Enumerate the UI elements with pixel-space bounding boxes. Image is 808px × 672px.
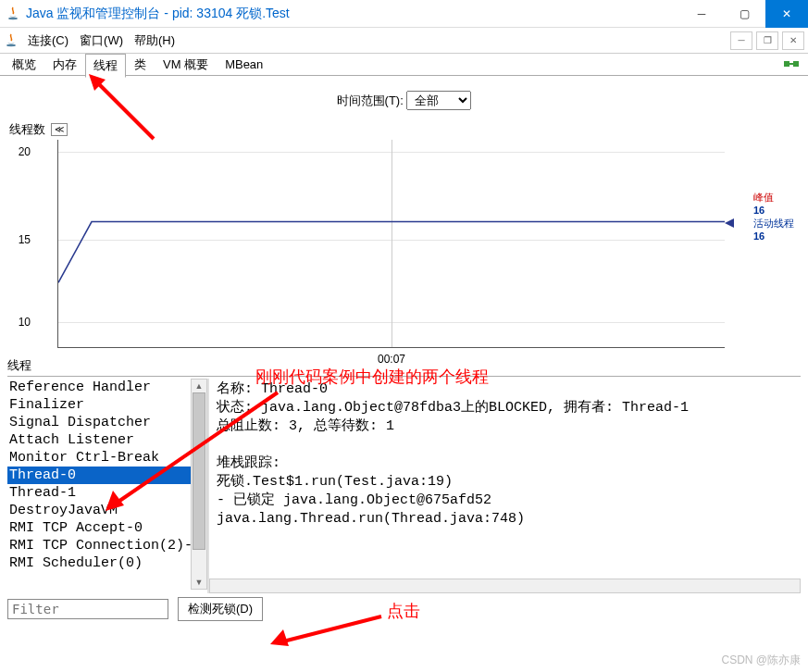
thread-list-item[interactable]: RMI TCP Accept-0 xyxy=(7,519,207,537)
connection-status-icon xyxy=(782,57,801,73)
thread-list[interactable]: Reference HandlerFinalizerSignal Dispatc… xyxy=(7,379,207,590)
tab-mbean[interactable]: MBean xyxy=(217,54,271,75)
window-titlebar: Java 监视和管理控制台 - pid: 33104 死锁.Test ─ ▢ ✕ xyxy=(0,0,808,28)
chart-legend: 峰值 16 活动线程 16 xyxy=(753,191,794,243)
thread-detail-panel: 名称: Thread-0 状态: java.lang.Object@78fdba… xyxy=(207,379,801,593)
detail-name-label: 名称: xyxy=(217,381,253,397)
thread-count-chart: 20 15 10 00:07 峰值 16 活动线程 16 xyxy=(57,140,725,348)
x-tick: 00:07 xyxy=(378,353,405,366)
y-tick: 15 xyxy=(19,233,31,246)
svg-rect-3 xyxy=(793,61,799,67)
thread-list-item[interactable]: Signal Dispatcher xyxy=(7,414,207,431)
thread-list-item[interactable]: Finalizer xyxy=(7,396,207,414)
detail-name-value: Thread-0 xyxy=(261,381,328,397)
menu-help[interactable]: 帮助(H) xyxy=(129,32,180,49)
thread-list-item[interactable]: DestroyJavaVM xyxy=(7,502,207,519)
detail-blocked-label: 总阻止数: xyxy=(217,418,280,434)
menu-connect[interactable]: 连接(C) xyxy=(22,32,74,49)
window-controls: ─ ▢ ✕ xyxy=(680,0,808,28)
maximize-button[interactable]: ▢ xyxy=(723,0,765,28)
tab-overview[interactable]: 概览 xyxy=(4,53,44,77)
java-icon xyxy=(6,6,20,21)
detail-stack-label: 堆栈跟踪: xyxy=(217,454,793,473)
svg-marker-11 xyxy=(270,629,289,646)
chart-line-svg xyxy=(58,140,725,347)
stack-line: java.lang.Thread.run(Thread.java:748) xyxy=(217,510,793,529)
detect-deadlock-button[interactable]: 检测死锁(D) xyxy=(178,597,263,621)
tabbar: 概览 内存 线程 类 VM 概要 MBean xyxy=(0,54,808,76)
time-range-row: 时间范围(T): 全部 xyxy=(9,83,799,121)
threads-section: 线程 Reference HandlerFinalizerSignal Disp… xyxy=(0,352,808,593)
tab-classes[interactable]: 类 xyxy=(126,53,155,77)
thread-list-item[interactable]: Monitor Ctrl-Break xyxy=(7,449,207,467)
tab-memory[interactable]: 内存 xyxy=(44,53,85,77)
threads-bottom-bar: 检测死锁(D) xyxy=(0,593,808,625)
menu-window[interactable]: 窗口(W) xyxy=(74,32,129,49)
detail-state-label: 状态: xyxy=(217,400,253,416)
window-title: Java 监视和管理控制台 - pid: 33104 死锁.Test xyxy=(26,6,680,22)
legend-live-value: 16 xyxy=(753,230,794,243)
chart-title: 线程数 xyxy=(9,121,45,138)
chart-area: 时间范围(T): 全部 线程数 ≪ 20 15 10 00:07 峰值 16 活… xyxy=(0,76,808,352)
thread-list-item[interactable]: Thread-0 xyxy=(7,467,207,484)
legend-peak-value: 16 xyxy=(753,204,794,217)
chart-title-row: 线程数 ≪ xyxy=(9,121,799,138)
time-range-label: 时间范围(T): xyxy=(337,93,404,107)
svg-point-1 xyxy=(6,44,16,45)
thread-list-item[interactable]: RMI Scheduler(0) xyxy=(7,554,207,572)
detail-blocked-value: 3, 总等待数: 1 xyxy=(289,418,394,434)
legend-peak-label: 峰值 xyxy=(753,191,794,204)
minimize-button[interactable]: ─ xyxy=(680,0,723,28)
tab-threads[interactable]: 线程 xyxy=(85,54,126,78)
mdi-restore[interactable]: ❐ xyxy=(756,31,778,50)
y-tick: 20 xyxy=(19,145,31,158)
y-tick: 10 xyxy=(19,316,31,329)
thread-list-item[interactable]: Thread-1 xyxy=(7,484,207,502)
mdi-minimize[interactable]: ─ xyxy=(730,31,752,50)
thread-list-item[interactable]: Reference Handler xyxy=(7,379,207,396)
thread-list-scrollbar[interactable]: ▲ ▼ xyxy=(191,379,207,590)
thread-list-item[interactable]: Attach Listener xyxy=(7,431,207,449)
mdi-close[interactable]: ✕ xyxy=(782,31,804,50)
tab-vm-summary[interactable]: VM 概要 xyxy=(155,53,217,77)
java-icon xyxy=(4,33,19,48)
watermark: CSDN @陈亦康 xyxy=(721,653,801,668)
stack-line: - 已锁定 java.lang.Object@675afd52 xyxy=(217,492,793,510)
thread-list-item[interactable]: RMI TCP Connection(2)- xyxy=(7,537,207,554)
chart-collapse-toggle[interactable]: ≪ xyxy=(51,123,68,136)
detail-h-scrollbar[interactable] xyxy=(209,579,801,593)
detail-state-value: java.lang.Object@78fdba3上的BLOCKED, 拥有者: … xyxy=(261,400,689,416)
svg-rect-2 xyxy=(784,61,789,67)
close-button[interactable]: ✕ xyxy=(765,0,808,28)
menubar: 连接(C) 窗口(W) 帮助(H) ─ ❐ ✕ xyxy=(0,28,808,54)
legend-live-label: 活动线程 xyxy=(753,217,794,230)
time-range-select[interactable]: 全部 xyxy=(406,91,471,110)
filter-input[interactable] xyxy=(7,599,168,619)
svg-marker-5 xyxy=(725,218,734,228)
current-marker-icon xyxy=(725,218,736,228)
svg-point-0 xyxy=(8,17,18,19)
stack-line: 死锁.Test$1.run(Test.java:19) xyxy=(217,473,793,492)
